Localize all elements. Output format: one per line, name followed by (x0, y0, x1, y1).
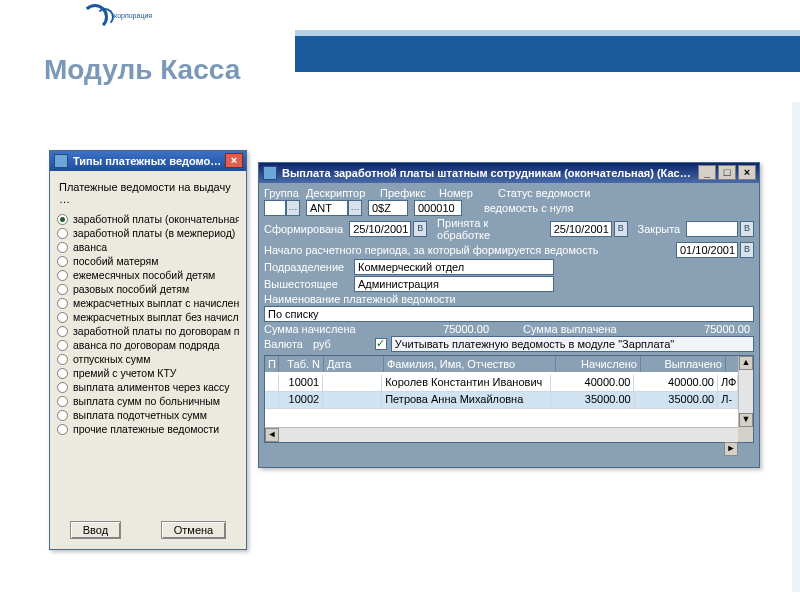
scroll-up-icon[interactable]: ▲ (739, 356, 753, 370)
payroll-table: П Таб. N Дата Фамилия, Имя, Отчество Нач… (264, 355, 754, 443)
payroll-type-option[interactable]: отпускных сумм (57, 353, 239, 365)
col-tab[interactable]: Таб. N (279, 356, 324, 372)
option-label: выплата сумм по больничным (73, 395, 220, 407)
department-field[interactable]: Коммерческий отдел (354, 259, 554, 275)
cancel-button[interactable]: Отмена (161, 521, 226, 539)
dialog-types-titlebar[interactable]: Типы платежных ведомостей … × (50, 151, 246, 171)
vertical-scrollbar[interactable]: ▲ ▼ (738, 356, 753, 427)
radio-icon[interactable] (57, 228, 68, 239)
option-label: ежемесячных пособий детям (73, 269, 215, 281)
dialog-types-title: Типы платежных ведомостей … (73, 155, 223, 167)
option-label: заработной платы по договорам под (73, 325, 239, 337)
col-paid[interactable]: Выплачено (641, 356, 726, 372)
horizontal-scrollbar[interactable]: ◄ ► (265, 427, 738, 442)
calendar-icon[interactable]: В (413, 221, 427, 237)
label-currency: Валюта (264, 338, 303, 350)
radio-icon[interactable] (57, 354, 68, 365)
currency-value: руб (313, 338, 331, 350)
descriptor-field[interactable]: ANT (306, 200, 348, 216)
radio-icon[interactable] (57, 326, 68, 337)
radio-icon[interactable] (57, 396, 68, 407)
payroll-type-option[interactable]: прочие платежные ведомости (57, 423, 239, 435)
calendar-icon[interactable]: В (740, 221, 754, 237)
radio-icon[interactable] (57, 410, 68, 421)
sum-accrued-value: 75000.00 (443, 323, 489, 335)
option-label: заработной платы (окончательная) (73, 213, 239, 225)
payroll-type-option[interactable]: заработной платы (в межпериод) (57, 227, 239, 239)
option-label: межрасчетных выплат без начисле (73, 311, 239, 323)
number-field[interactable]: 000010 (414, 200, 462, 216)
account-in-salary-checkbox[interactable] (375, 338, 387, 350)
option-label: разовых пособий детям (73, 283, 189, 295)
payroll-type-option[interactable]: выплата подотчетных сумм (57, 409, 239, 421)
option-label: выплата подотчетных сумм (73, 409, 207, 421)
table-header: П Таб. N Дата Фамилия, Имя, Отчество Нач… (265, 356, 753, 372)
payroll-type-option[interactable]: выплата сумм по больничным (57, 395, 239, 407)
scroll-left-icon[interactable]: ◄ (265, 428, 279, 442)
payroll-type-option[interactable]: заработной платы по договорам под (57, 325, 239, 337)
option-label: выплата алиментов через кассу (73, 381, 230, 393)
dialog-pay-titlebar[interactable]: Выплата заработной платы штатным сотрудн… (259, 163, 759, 183)
label-department: Подразделение (264, 261, 350, 273)
payroll-type-option[interactable]: межрасчетных выплат без начисле (57, 311, 239, 323)
checkbox-label: Учитывать платежную ведомость в модуле "… (391, 336, 754, 352)
option-label: аванса по договорам подряда (73, 339, 220, 351)
col-date[interactable]: Дата (324, 356, 384, 372)
col-fio[interactable]: Фамилия, Имя, Отчество (384, 356, 556, 372)
formed-date[interactable]: 25/10/2001 (349, 221, 411, 237)
payroll-type-option[interactable]: пособий матерям (57, 255, 239, 267)
option-label: аванса (73, 241, 107, 253)
group-field[interactable] (264, 200, 286, 216)
dialog-pay-title: Выплата заработной платы штатным сотрудн… (282, 167, 696, 179)
radio-icon[interactable] (57, 256, 68, 267)
sum-paid-value: 75000.00 (704, 323, 750, 335)
payroll-type-option[interactable]: ежемесячных пособий детям (57, 269, 239, 281)
calendar-icon[interactable]: В (740, 242, 754, 258)
scroll-down-icon[interactable]: ▼ (739, 413, 753, 427)
option-label: межрасчетных выплат с начислени (73, 297, 239, 309)
label-prefix: Префикс (380, 187, 435, 199)
status-value: ведомость с нуля (484, 202, 573, 214)
dialog-payroll-form: Выплата заработной платы штатным сотрудн… (258, 162, 760, 468)
payroll-type-option[interactable]: межрасчетных выплат с начислени (57, 297, 239, 309)
scroll-right-icon[interactable]: ► (724, 442, 738, 456)
accepted-date[interactable]: 25/10/2001 (550, 221, 612, 237)
payroll-type-option[interactable]: аванса по договорам подряда (57, 339, 239, 351)
lookup-icon[interactable]: … (286, 200, 300, 216)
radio-icon[interactable] (57, 368, 68, 379)
superior-field[interactable]: Администрация (354, 276, 554, 292)
payroll-type-option[interactable]: аванса (57, 241, 239, 253)
close-icon[interactable]: × (738, 165, 756, 180)
payroll-type-option[interactable]: премий с учетом КТУ (57, 367, 239, 379)
radio-icon[interactable] (57, 284, 68, 295)
radio-icon[interactable] (57, 298, 68, 309)
period-date[interactable]: 01/10/2001 (676, 242, 738, 258)
table-row[interactable]: 10001Королев Константин Иванович40000.00… (265, 375, 738, 392)
radio-icon[interactable] (57, 424, 68, 435)
lookup-icon[interactable]: … (348, 200, 362, 216)
radio-icon[interactable] (57, 382, 68, 393)
radio-icon[interactable] (57, 270, 68, 281)
radio-icon[interactable] (57, 312, 68, 323)
radio-icon[interactable] (57, 242, 68, 253)
label-sum-accrued: Сумма начислена (264, 323, 356, 335)
col-accrued[interactable]: Начислено (556, 356, 641, 372)
label-formed: Сформирована (264, 223, 343, 235)
calendar-icon[interactable]: В (614, 221, 628, 237)
table-row[interactable]: 10002Петрова Анна Михайловна35000.003500… (265, 392, 738, 409)
radio-icon[interactable] (57, 340, 68, 351)
closed-date[interactable] (686, 221, 738, 237)
radio-icon[interactable] (57, 214, 68, 225)
prefix-field[interactable]: 0$Z (368, 200, 408, 216)
maximize-icon[interactable]: □ (718, 165, 736, 180)
side-band (792, 102, 800, 592)
payroll-type-option[interactable]: выплата алиментов через кассу (57, 381, 239, 393)
payroll-type-option[interactable]: разовых пособий детям (57, 283, 239, 295)
docname-field[interactable]: По списку (264, 306, 754, 322)
ok-button[interactable]: Ввод (70, 521, 121, 539)
option-label: отпускных сумм (73, 353, 150, 365)
payroll-type-option[interactable]: заработной платы (окончательная) (57, 213, 239, 225)
minimize-icon[interactable]: _ (698, 165, 716, 180)
col-p[interactable]: П (265, 356, 279, 372)
close-icon[interactable]: × (225, 153, 243, 168)
